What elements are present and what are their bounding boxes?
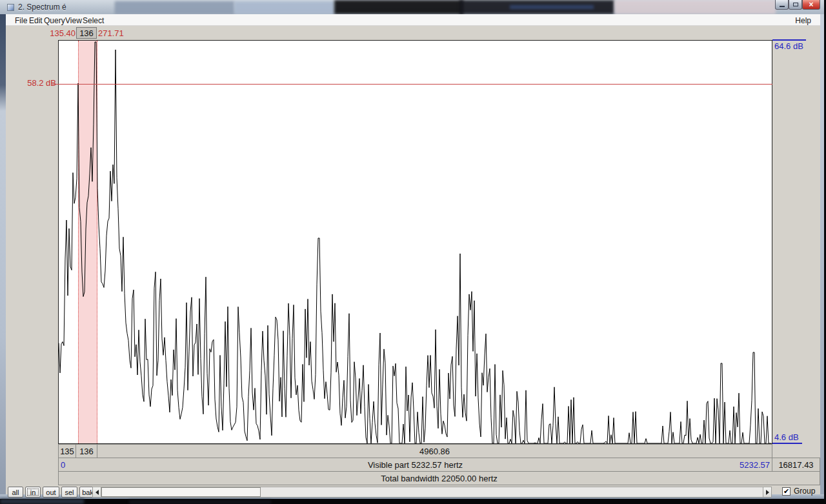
- menu-bar: File Edit Query View Select Help: [6, 14, 820, 26]
- group-checkbox[interactable]: ✔: [782, 487, 791, 496]
- client-area: File Edit Query View Select Help 135.40 …: [6, 14, 820, 494]
- spectrum-curve: [59, 41, 772, 443]
- frequency-scrollbar[interactable]: [92, 487, 772, 498]
- window-title: 2. Spectrum é: [18, 3, 66, 12]
- db-scale-min-label: 4.6 dB: [774, 432, 799, 442]
- remaining-bandwidth-button[interactable]: 16817.43: [772, 458, 820, 472]
- window-border-right: [820, 14, 824, 499]
- scrollbar-left-arrow[interactable]: [93, 487, 101, 497]
- db-scale-bottom-tick: [772, 443, 802, 444]
- minimize-icon: [780, 6, 785, 7]
- background-window-blur: [234, 1, 334, 14]
- right-arrow-icon: [766, 490, 769, 495]
- maximize-icon: [793, 3, 798, 6]
- segment-selection-button[interactable]: 136: [76, 444, 97, 458]
- spectrum-plot[interactable]: [58, 40, 772, 444]
- visible-end-value: 5232.57: [740, 460, 770, 470]
- menu-select[interactable]: Select: [80, 15, 106, 26]
- app-icon[interactable]: [7, 4, 14, 11]
- taskbar-blob: [129, 500, 271, 504]
- praat-spectrum-window: 2. Spectrum é × File Edit Query View Sel…: [0, 0, 824, 499]
- amplitude-cursor-line[interactable]: [52, 84, 772, 85]
- background-window-blur: [614, 0, 776, 14]
- close-button[interactable]: ×: [802, 0, 820, 10]
- scrollbar-right-arrow[interactable]: [763, 487, 771, 497]
- segment-right-button[interactable]: 4960.86: [97, 444, 772, 458]
- zoom-in-button[interactable]: in: [25, 487, 41, 498]
- bottom-controls: all in out sel bak ✔ Group: [6, 485, 820, 498]
- taskbar-blob: [0, 499, 84, 504]
- total-bandwidth-bar[interactable]: Total bandwidth 22050.00 hertz: [58, 471, 820, 485]
- zoom-all-button[interactable]: all: [8, 487, 23, 498]
- selection-start-frequency: 135.40: [50, 28, 76, 38]
- visible-start-value: 0: [61, 460, 65, 470]
- background-window-blur: [334, 0, 463, 14]
- visible-part-label: Visible part 5232.57 hertz: [368, 460, 463, 470]
- amplitude-cursor-label: 58.2 dB: [27, 78, 56, 88]
- selection-width-box[interactable]: 136: [76, 27, 97, 39]
- taskbar-strip: [0, 499, 826, 504]
- minimize-button[interactable]: [775, 0, 789, 10]
- zoom-sel-button[interactable]: sel: [61, 487, 77, 498]
- scrollbar-thumb[interactable]: [101, 487, 261, 497]
- close-icon: ×: [809, 1, 813, 8]
- background-window-blur: [510, 5, 594, 9]
- group-control: ✔ Group: [782, 487, 815, 496]
- zoom-out-button[interactable]: out: [43, 487, 59, 498]
- title-bar[interactable]: 2. Spectrum é ×: [0, 0, 824, 14]
- selection-end-frequency: 271.71: [98, 28, 124, 38]
- group-label: Group: [794, 487, 815, 496]
- db-scale-top-tick: [772, 39, 806, 41]
- background-window-blur: [115, 1, 234, 14]
- maximize-button[interactable]: [789, 0, 802, 10]
- segment-left-button[interactable]: 135: [58, 444, 76, 458]
- menu-help[interactable]: Help: [792, 15, 814, 26]
- left-arrow-icon: [96, 490, 99, 495]
- visible-part-bar[interactable]: 0 Visible part 5232.57 hertz 5232.57: [58, 458, 772, 472]
- db-scale-max-label: 64.6 dB: [774, 41, 803, 51]
- window-border-left: [0, 14, 6, 499]
